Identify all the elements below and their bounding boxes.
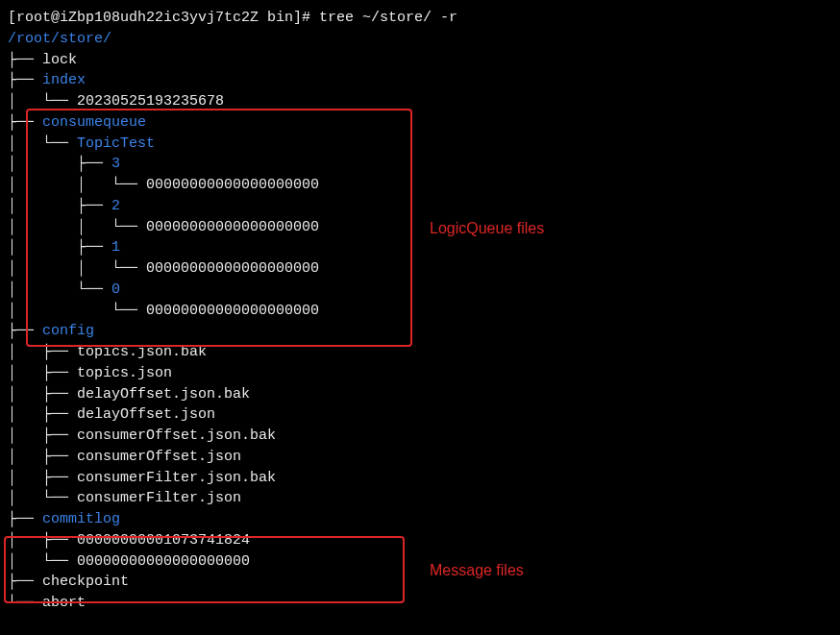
annotation-label-logicqueue: LogicQueue files (430, 217, 544, 239)
tree-branch: ├── (8, 72, 42, 88)
file-queue-2-data: 00000000000000000000 (146, 219, 319, 235)
dir-queue-3: 3 (111, 156, 120, 172)
file-queue-3-data: 00000000000000000000 (146, 177, 319, 193)
root-path: /root/store/ (8, 31, 111, 47)
file-topics: topics.json (77, 365, 172, 381)
file-consumeroffset-bak: consumerOffset.json.bak (77, 427, 276, 444)
file-queue-1-data: 00000000000000000000 (146, 260, 319, 277)
tree-branch: │ ├── (8, 198, 111, 214)
file-index-ts: 20230525193235678 (77, 93, 224, 110)
file-commitlog-1: 00000000001073741824 (77, 532, 250, 549)
file-topics-bak: topics.json.bak (77, 344, 207, 360)
tree-branch: │ │ └── (8, 260, 146, 277)
tree-branch: │ ├── (8, 344, 77, 360)
tree-branch: │ ├── (8, 470, 77, 486)
annotation-label-messagefiles: Message files (430, 559, 524, 581)
dir-index: index (42, 72, 86, 88)
dir-commitlog: commitlog (42, 511, 120, 527)
tree-branch: │ ├── (8, 427, 77, 444)
tree-branch: │ ├── (8, 156, 111, 172)
file-commitlog-0: 00000000000000000000 (77, 553, 250, 570)
tree-branch: │ ├── (8, 532, 77, 549)
tree-branch: │ └── (8, 135, 77, 152)
tree-branch: │ └── (8, 281, 111, 298)
tree-branch: │ ├── (8, 239, 111, 256)
tree-branch: │ │ └── (8, 219, 146, 235)
file-consumeroffset: consumerOffset.json (77, 449, 241, 465)
tree-branch: │ ├── (8, 386, 77, 403)
dir-queue-1: 1 (111, 239, 120, 256)
file-delayoffset: delayOffset.json (77, 406, 215, 423)
tree-branch: │ └── (8, 553, 77, 570)
file-consumerfilter: consumerFilter.json (77, 490, 241, 506)
tree-branch: │ ├── (8, 406, 77, 423)
dir-config: config (42, 323, 94, 339)
dir-queue-2: 2 (111, 198, 120, 214)
file-checkpoint: checkpoint (42, 574, 129, 590)
tree-branch: ├── (8, 323, 42, 339)
tree-branch: ├── (8, 574, 42, 590)
shell-prompt[interactable]: [root@iZbp108udh22ic3yvj7tc2Z bin]# tree… (8, 8, 832, 29)
file-abort: abort (42, 595, 86, 611)
tree-branch: ├── (8, 114, 42, 131)
tree-branch: ├── (8, 511, 42, 527)
dir-consumequeue: consumequeue (42, 114, 146, 131)
file-queue-0-data: 00000000000000000000 (146, 303, 319, 319)
tree-branch: │ ├── (8, 449, 77, 465)
file-lock: lock (42, 52, 77, 68)
tree-branch: │ └── (8, 490, 77, 506)
tree-branch: │ └── (8, 303, 146, 319)
tree-branch: └── (8, 595, 42, 611)
tree-branch: ├── (8, 52, 42, 68)
file-consumerfilter-bak: consumerFilter.json.bak (77, 470, 276, 486)
dir-topictest: TopicTest (77, 135, 155, 152)
tree-branch: │ │ └── (8, 177, 146, 193)
tree-branch: │ ├── (8, 365, 77, 381)
dir-queue-0: 0 (111, 281, 120, 298)
file-delayoffset-bak: delayOffset.json.bak (77, 386, 250, 403)
tree-branch: │ └── (8, 93, 77, 110)
